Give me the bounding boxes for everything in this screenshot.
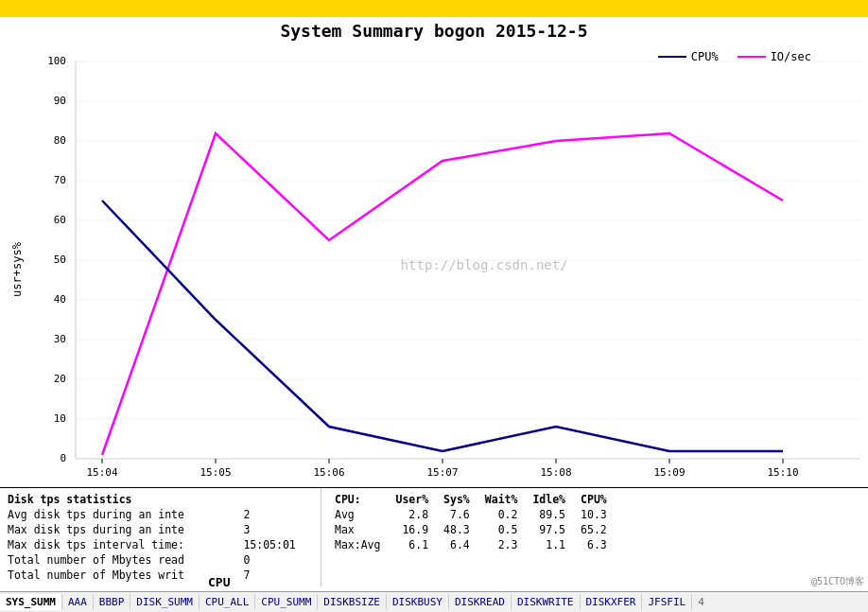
tab-overflow: 4 [692, 594, 710, 610]
cpu-col-header-1: User% [388, 492, 436, 507]
tab-jfsfil[interactable]: JFSFIL [642, 594, 692, 610]
disk-stat-value-3: 15:05:01 [241, 537, 315, 552]
cpu-stat-row-maxavg: Max:Avg 6.1 6.4 2.3 1.1 6.3 [327, 537, 615, 552]
svg-text:70: 70 [54, 174, 66, 186]
tab-sys-summ[interactable]: SYS_SUMM [0, 594, 62, 610]
cpu-stat-row-max: Max 16.9 48.3 0.5 97.5 65.2 [327, 522, 615, 537]
tab-diskbsize[interactable]: DISKBSIZE [318, 594, 387, 610]
svg-text:80: 80 [54, 134, 66, 147]
cpu-row-avg-cpu: 10.3 [573, 507, 615, 522]
tab-diskread[interactable]: DISKREAD [449, 594, 512, 610]
chart-container: CPU% IO/sec http://blog.csdn.net/ 0 10 2… [0, 43, 868, 487]
svg-text:15:09: 15:09 [653, 466, 685, 478]
disk-stats-header: Disk tps statistics [6, 492, 315, 507]
disk-stat-value-4: 0 [241, 552, 315, 568]
disk-stat-label-1: Avg disk tps during an inte [6, 507, 241, 522]
cpu-row-maxavg-idle: 1.1 [525, 537, 573, 552]
cpu-row-avg-wait: 0.2 [477, 507, 526, 522]
cpu-stats: CPU: User% Sys% Wait% Idle% CPU% Avg 2.8… [321, 488, 868, 586]
tab-cpu-summ[interactable]: CPU_SUMM [255, 594, 318, 610]
tab-diskbusy[interactable]: DISKBUSY [387, 594, 449, 610]
cpu-row-maxavg-user: 6.1 [388, 537, 436, 552]
watermark2: @51CTO博客 [811, 575, 864, 588]
disk-stat-row-4: Total number of Mbytes read 0 [6, 552, 315, 568]
svg-text:40: 40 [54, 293, 66, 306]
cpu-col-header-2: Sys% [436, 492, 477, 507]
disk-stat-row-5: Total number of Mbytes writ 7 [6, 568, 315, 583]
stats-section: Disk tps statistics Avg disk tps during … [0, 487, 868, 586]
disk-stat-value-2: 3 [241, 522, 315, 537]
cpu-row-maxavg-wait: 2.3 [477, 537, 526, 552]
cpu-col-header-5: CPU% [573, 492, 615, 507]
cpu-stats-table: CPU: User% Sys% Wait% Idle% CPU% Avg 2.8… [327, 492, 615, 552]
cpu-row-avg-idle: 89.5 [525, 507, 573, 522]
cpu-col-header-3: Wait% [477, 492, 526, 507]
cpu-row-maxavg-label: Max:Avg [327, 537, 388, 552]
svg-text:15:05: 15:05 [200, 466, 231, 478]
cpu-row-maxavg-sys: 6.4 [436, 537, 477, 552]
cpu-row-max-cpu: 65.2 [573, 522, 615, 537]
tab-diskxfer[interactable]: DISKXFER [581, 594, 643, 610]
svg-text:60: 60 [54, 214, 66, 226]
cpu-line [102, 201, 783, 451]
cpu-row-max-wait: 0.5 [477, 522, 526, 537]
disk-stats: Disk tps statistics Avg disk tps during … [0, 488, 321, 586]
cpu-row-avg-label: Avg [327, 507, 388, 522]
svg-text:usr+sys%: usr+sys% [10, 241, 24, 297]
cpu-col-header-0: CPU: [327, 492, 388, 507]
disk-stat-value-5: 7 [241, 568, 315, 583]
disk-stat-row-1: Avg disk tps during an inte 2 [6, 507, 315, 522]
svg-text:100: 100 [47, 55, 66, 67]
tab-aaa[interactable]: AAA [62, 594, 94, 610]
disk-stats-header-row: Disk tps statistics [6, 492, 315, 507]
svg-text:10: 10 [54, 412, 66, 425]
cpu-row-max-label: Max [327, 522, 388, 537]
svg-text:30: 30 [54, 333, 66, 345]
svg-text:50: 50 [54, 254, 66, 266]
svg-text:15:04: 15:04 [86, 466, 117, 478]
disk-stat-label-2: Max disk tps during an inte [6, 522, 241, 537]
cpu-row-max-sys: 48.3 [436, 522, 477, 537]
cpu-col-header-4: Idle% [525, 492, 573, 507]
tab-diskwrite[interactable]: DISKWRITE [512, 594, 581, 610]
svg-text:15:10: 15:10 [767, 466, 798, 478]
cpu-stat-row-avg: Avg 2.8 7.6 0.2 89.5 10.3 [327, 507, 615, 522]
cpu-row-avg-sys: 7.6 [436, 507, 477, 522]
disk-stat-label-5: Total number of Mbytes writ [6, 568, 241, 583]
svg-text:20: 20 [54, 373, 66, 385]
chart-svg: 0 10 20 30 40 50 60 70 80 90 100 15:04 1… [0, 43, 868, 478]
svg-text:90: 90 [54, 95, 66, 107]
top-bar [0, 0, 868, 17]
tab-cpu-all[interactable]: CPU_ALL [200, 594, 255, 610]
cpu-bottom-label: CPU [208, 575, 230, 589]
disk-stat-label-4: Total number of Mbytes read [6, 552, 241, 568]
cpu-row-max-idle: 97.5 [525, 522, 573, 537]
svg-text:15:07: 15:07 [426, 466, 458, 478]
disk-stat-row-2: Max disk tps during an inte 3 [6, 522, 315, 537]
cpu-row-max-user: 16.9 [388, 522, 436, 537]
bottom-tab-bar: SYS_SUMM AAA BBBP DISK_SUMM CPU_ALL CPU_… [0, 591, 868, 612]
cpu-row-maxavg-cpu: 6.3 [573, 537, 615, 552]
disk-stat-label-3: Max disk tps interval time: [6, 537, 241, 552]
tab-bbbp[interactable]: BBBP [94, 594, 131, 610]
disk-stat-row-3: Max disk tps interval time: 15:05:01 [6, 537, 315, 552]
disk-stat-value-1: 2 [241, 507, 315, 522]
cpu-row-avg-user: 2.8 [388, 507, 436, 522]
tab-disk-summ[interactable]: DISK_SUMM [130, 594, 200, 610]
io-line [102, 133, 783, 455]
svg-text:0: 0 [60, 452, 66, 464]
svg-text:15:08: 15:08 [540, 466, 571, 478]
page-title: System Summary bogon 2015-12-5 [0, 17, 868, 43]
svg-text:15:06: 15:06 [313, 466, 344, 478]
disk-stats-table: Disk tps statistics Avg disk tps during … [6, 492, 315, 583]
cpu-stats-header-row: CPU: User% Sys% Wait% Idle% CPU% [327, 492, 615, 507]
